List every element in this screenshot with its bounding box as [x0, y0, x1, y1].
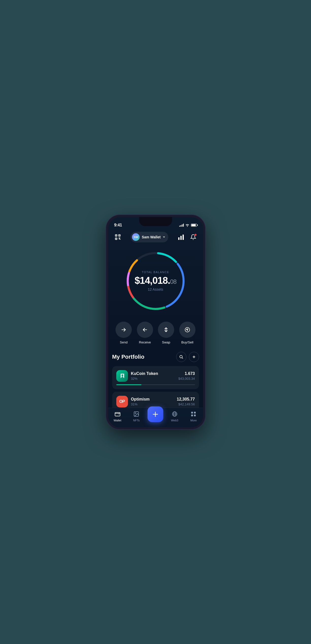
nav-wallet[interactable]: Wallet	[110, 410, 125, 422]
notch	[139, 217, 172, 226]
svg-rect-3	[116, 235, 117, 236]
svg-rect-5	[116, 238, 117, 239]
notification-dot	[194, 234, 197, 236]
screen: 9:41	[108, 217, 203, 427]
svg-line-26	[182, 358, 183, 359]
svg-rect-10	[178, 237, 179, 240]
kucoin-name: KuCoin Token	[131, 371, 175, 376]
optimism-info: Optimism 31%	[131, 397, 174, 406]
nav-center[interactable]	[148, 410, 163, 422]
center-action-button[interactable]	[148, 406, 163, 422]
balance-amount: $14,018.08	[133, 276, 178, 285]
actions-row: Send Receive	[108, 319, 203, 352]
action-swap: Swap	[158, 322, 174, 344]
svg-rect-37	[191, 412, 193, 414]
action-receive: Receive	[137, 322, 153, 344]
action-buysell: Buy/Sell	[179, 322, 195, 344]
assets-count: 12 Assets	[133, 287, 178, 291]
portfolio-action-buttons	[176, 352, 199, 362]
kucoin-icon	[116, 370, 128, 382]
wallet-nav-icon	[114, 410, 121, 418]
header-right	[176, 233, 198, 242]
status-icons	[179, 224, 197, 227]
portfolio-section: My Portfolio	[108, 352, 203, 415]
web3-nav-label: Web3	[171, 419, 178, 422]
asset-row-optimism: OP Optimism 31% 12,305.77 $42,149.56	[116, 396, 195, 407]
more-nav-label: More	[190, 419, 197, 422]
kucoin-progress	[116, 384, 195, 385]
optimism-icon: OP	[116, 396, 128, 407]
phone-frame: 9:41	[106, 215, 205, 429]
svg-rect-38	[194, 412, 196, 414]
kucoin-amount: 1.673	[178, 371, 195, 376]
nfts-nav-icon	[133, 410, 140, 418]
avatar: SW	[132, 233, 140, 241]
action-send: Send	[116, 322, 132, 344]
nav-more[interactable]: More	[186, 410, 201, 422]
search-button[interactable]	[176, 352, 186, 362]
portfolio-title: My Portfolio	[112, 354, 144, 360]
swap-label: Swap	[162, 340, 170, 344]
kucoin-values: 1.673 $43,003.34	[178, 371, 195, 381]
add-asset-button[interactable]	[189, 352, 199, 362]
optimism-amount: 12,305.77	[177, 397, 195, 402]
optimism-pct: 31%	[131, 402, 174, 406]
ring-container: TOTAL BALANCE $14,018.08 12 Assets	[123, 248, 189, 314]
wallet-name: Sam Wallet	[142, 235, 160, 239]
balance-label: TOTAL BALANCE	[133, 271, 178, 274]
status-time: 9:41	[114, 223, 122, 227]
balance-content: TOTAL BALANCE $14,018.08 12 Assets	[133, 271, 178, 291]
signal-bars-icon	[179, 224, 184, 227]
header-left	[113, 233, 122, 242]
svg-rect-39	[191, 415, 193, 416]
scan-icon[interactable]	[113, 233, 122, 242]
web3-nav-icon	[171, 410, 178, 418]
send-button[interactable]	[116, 322, 132, 338]
kucoin-pct: 32%	[131, 377, 175, 381]
svg-rect-11	[181, 236, 182, 240]
header: SW Sam Wallet	[108, 230, 203, 245]
wifi-icon	[185, 224, 189, 227]
svg-rect-29	[115, 412, 120, 416]
more-nav-icon	[190, 410, 197, 418]
kucoin-info: KuCoin Token 32%	[131, 371, 175, 381]
buysell-label: Buy/Sell	[181, 340, 193, 344]
asset-card-kucoin[interactable]: KuCoin Token 32% 1.673 $43,003.34	[112, 366, 199, 389]
wallet-selector[interactable]: SW Sam Wallet	[130, 232, 168, 242]
balance-section: TOTAL BALANCE $14,018.08 12 Assets	[108, 245, 203, 319]
svg-point-31	[135, 413, 136, 414]
receive-button[interactable]	[137, 322, 153, 338]
optimism-usd: $42,149.56	[177, 402, 195, 406]
wallet-nav-label: Wallet	[114, 419, 121, 422]
portfolio-header: My Portfolio	[112, 352, 199, 362]
nav-nfts[interactable]: NFTs	[129, 410, 144, 422]
chart-icon[interactable]	[176, 233, 186, 242]
nav-web3[interactable]: Web3	[167, 410, 182, 422]
send-label: Send	[120, 340, 127, 344]
buysell-button[interactable]	[179, 322, 195, 338]
kucoin-usd: $43,003.34	[178, 377, 195, 381]
optimism-name: Optimism	[131, 397, 174, 402]
svg-rect-4	[119, 235, 120, 236]
svg-rect-12	[183, 235, 184, 240]
swap-button[interactable]	[158, 322, 174, 338]
nfts-nav-label: NFTs	[133, 419, 140, 422]
svg-rect-40	[194, 415, 196, 416]
notification-button[interactable]	[189, 233, 198, 242]
battery-icon	[191, 224, 197, 227]
svg-point-25	[180, 355, 182, 358]
optimism-values: 12,305.77 $42,149.56	[177, 397, 195, 406]
bottom-nav: Wallet NFTs	[108, 408, 203, 427]
asset-row-kucoin: KuCoin Token 32% 1.673 $43,003.34	[116, 370, 195, 382]
chevron-down-icon	[163, 236, 165, 238]
kucoin-progress-fill	[116, 384, 141, 385]
receive-label: Receive	[139, 340, 151, 344]
